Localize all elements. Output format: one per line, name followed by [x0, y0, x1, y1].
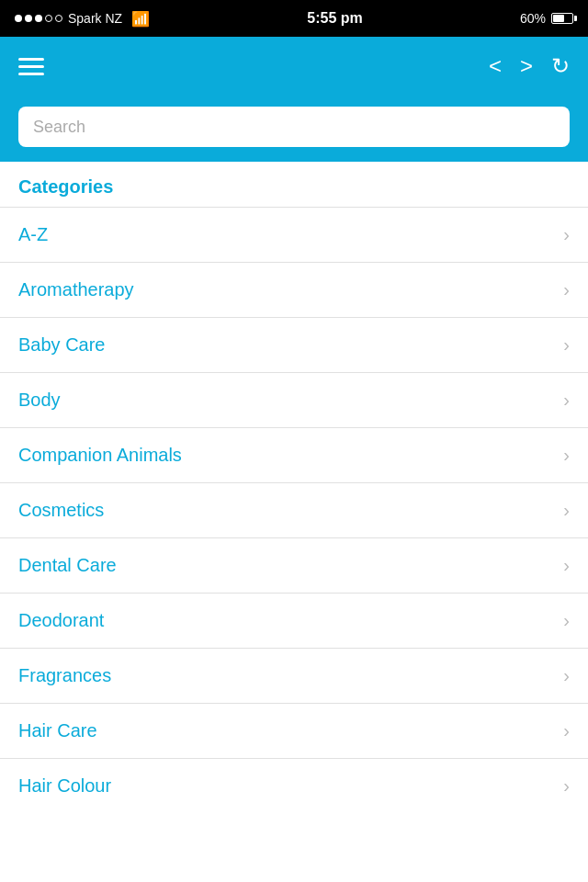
chevron-right-icon: › [563, 445, 570, 466]
list-item[interactable]: Deodorant› [0, 593, 588, 648]
list-item[interactable]: Cosmetics› [0, 482, 588, 537]
battery-fill [553, 15, 564, 22]
category-label: Companion Animals [18, 445, 182, 466]
status-left: Spark NZ 📶 [15, 10, 150, 28]
chevron-right-icon: › [563, 500, 570, 521]
category-label: Fragrances [18, 665, 111, 686]
chevron-right-icon: › [563, 555, 570, 576]
search-bar-container [0, 96, 588, 162]
chevron-right-icon: › [563, 224, 570, 245]
hamburger-line-2 [18, 65, 44, 68]
chevron-right-icon: › [563, 279, 570, 300]
chevron-right-icon: › [563, 665, 570, 686]
nav-right: < > ↻ [489, 55, 570, 77]
category-label: Cosmetics [18, 500, 104, 521]
category-list: A-Z›Aromatherapy›Baby Care›Body›Companio… [0, 207, 588, 813]
chevron-right-icon: › [563, 610, 570, 631]
wifi-icon: 📶 [131, 10, 150, 28]
category-label: Body [18, 390, 61, 411]
chevron-right-icon: › [563, 720, 570, 741]
signal-dot-5 [55, 15, 62, 22]
hamburger-line-1 [18, 58, 44, 61]
chevron-right-icon: › [563, 334, 570, 356]
refresh-button[interactable]: ↻ [551, 55, 570, 77]
list-item[interactable]: A-Z› [0, 207, 588, 262]
signal-dot-4 [45, 15, 52, 22]
categories-title: Categories [18, 176, 113, 197]
status-bar: Spark NZ 📶 5:55 pm 60% [0, 0, 588, 37]
hamburger-line-3 [18, 73, 44, 75]
signal-dot-1 [15, 15, 22, 22]
category-label: Dental Care [18, 555, 117, 576]
list-item[interactable]: Baby Care› [0, 317, 588, 372]
content-area: Categories A-Z›Aromatherapy›Baby Care›Bo… [0, 162, 588, 813]
categories-header: Categories [0, 162, 588, 207]
chevron-right-icon: › [563, 390, 570, 411]
nav-left [18, 58, 44, 75]
list-item[interactable]: Fragrances› [0, 648, 588, 703]
back-button[interactable]: < [489, 55, 502, 77]
battery-percent: 60% [520, 11, 546, 26]
forward-button[interactable]: > [520, 55, 533, 77]
status-right: 60% [520, 11, 573, 26]
category-label: Baby Care [18, 334, 106, 356]
battery-icon [551, 13, 573, 24]
carrier-name: Spark NZ [68, 11, 122, 26]
list-item[interactable]: Companion Animals› [0, 427, 588, 482]
status-time: 5:55 pm [307, 10, 362, 27]
list-item[interactable]: Dental Care› [0, 537, 588, 593]
category-label: Hair Colour [18, 775, 111, 797]
category-label: A-Z [18, 224, 48, 245]
signal-dots [15, 15, 62, 22]
search-input[interactable] [18, 107, 570, 147]
category-label: Deodorant [18, 610, 104, 631]
signal-dot-3 [35, 15, 42, 22]
chevron-right-icon: › [563, 775, 570, 797]
nav-bar: < > ↻ [0, 37, 588, 96]
category-label: Aromatherapy [18, 279, 134, 300]
list-item[interactable]: Aromatherapy› [0, 262, 588, 317]
list-item[interactable]: Body› [0, 372, 588, 427]
list-item[interactable]: Hair Care› [0, 703, 588, 758]
category-label: Hair Care [18, 720, 97, 741]
battery-icon-container [551, 13, 573, 24]
signal-dot-2 [25, 15, 32, 22]
list-item[interactable]: Hair Colour› [0, 758, 588, 813]
hamburger-button[interactable] [18, 58, 44, 75]
